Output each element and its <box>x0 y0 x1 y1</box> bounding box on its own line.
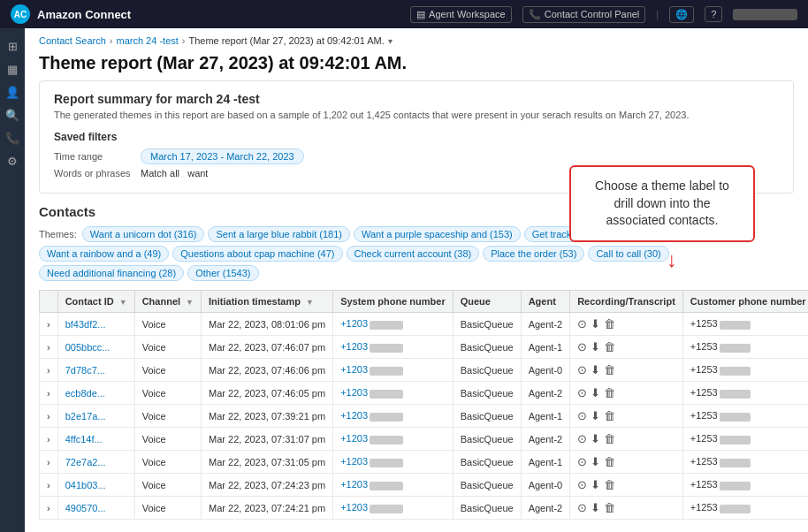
row-expand-4[interactable]: › <box>40 405 58 428</box>
download-icon-7[interactable]: ⬇ <box>591 478 600 491</box>
breadcrumb-sep-2: › <box>182 35 186 46</box>
sidebar-icon-people[interactable]: 👤 <box>2 81 23 103</box>
breadcrumb-march24[interactable]: march 24 -test <box>117 35 179 46</box>
download-icon-3[interactable]: ⬇ <box>591 386 600 399</box>
row-expand-5[interactable]: › <box>40 428 58 451</box>
theme-tag-7[interactable]: Place the order (53) <box>483 246 584 262</box>
sidebar-icon-settings[interactable]: ⚙ <box>2 150 23 171</box>
col-header-customer-phone: Customer phone number <box>682 291 808 313</box>
row-expand-2[interactable]: › <box>40 359 58 382</box>
theme-tag-1[interactable]: Sent a large blue rabbit (181) <box>208 226 349 242</box>
row-phone-0[interactable]: +1203 <box>333 313 454 336</box>
theme-tag-4[interactable]: Want a rainbow and a (49) <box>39 246 169 262</box>
row-contact-id-4[interactable]: b2e17a... <box>57 405 134 428</box>
col-header-contact-id[interactable]: Contact ID ▼ <box>57 291 134 313</box>
row-expand-7[interactable]: › <box>40 474 58 497</box>
sidebar-icon-grid[interactable]: ⊞ <box>2 35 23 57</box>
row-contact-id-5[interactable]: 4ffc14f... <box>57 428 134 451</box>
row-contact-id-8[interactable]: 490570... <box>57 497 134 520</box>
row-agent-5: Agent-2 <box>521 428 570 451</box>
col-header-channel[interactable]: Channel ▼ <box>134 291 201 313</box>
delete-icon-0[interactable]: 🗑 <box>604 317 615 331</box>
download-icon-4[interactable]: ⬇ <box>591 409 600 422</box>
row-timestamp-6: Mar 22, 2023, 07:31:05 pm <box>202 451 333 474</box>
play-icon-4[interactable]: ⊙ <box>577 409 587 422</box>
theme-tag-0[interactable]: Want a unicorn dot (316) <box>82 226 205 242</box>
delete-icon-8[interactable]: 🗑 <box>604 501 615 514</box>
col-header-recording: Recording/Transcript <box>570 291 683 313</box>
play-icon-2[interactable]: ⊙ <box>577 363 587 376</box>
filter-label-time: Time range <box>54 151 133 162</box>
delete-icon-2[interactable]: 🗑 <box>604 363 615 376</box>
row-expand-0[interactable]: › <box>40 313 58 336</box>
row-phone-4[interactable]: +1203 <box>333 405 454 428</box>
delete-icon-1[interactable]: 🗑 <box>604 340 615 353</box>
row-queue-2: BasicQueue <box>453 359 521 382</box>
row-contact-id-3[interactable]: ecb8de... <box>57 382 134 405</box>
row-phone-3[interactable]: +1203 <box>333 382 454 405</box>
breadcrumb-current: Theme report (Mar 27, 2023) at 09:42:01 … <box>188 35 384 46</box>
download-icon-5[interactable]: ⬇ <box>591 432 600 445</box>
row-contact-id-0[interactable]: bf43df2... <box>57 313 134 336</box>
row-phone-7[interactable]: +1203 <box>333 474 454 497</box>
breadcrumb-contact-search[interactable]: Contact Search <box>39 35 106 46</box>
table-row: › 041b03... Voice Mar 22, 2023, 07:24:23… <box>40 474 809 497</box>
row-channel-0: Voice <box>134 313 201 336</box>
row-expand-1[interactable]: › <box>40 336 58 359</box>
play-icon-3[interactable]: ⊙ <box>577 386 587 399</box>
delete-icon-6[interactable]: 🗑 <box>604 455 615 468</box>
row-contact-id-2[interactable]: 7d78c7... <box>57 359 134 382</box>
table-row: › bf43df2... Voice Mar 22, 2023, 08:01:0… <box>40 313 809 336</box>
row-contact-id-1[interactable]: 005bbcc... <box>57 336 134 359</box>
delete-icon-4[interactable]: 🗑 <box>604 409 615 422</box>
row-contact-id-6[interactable]: 72e7a2... <box>57 451 134 474</box>
row-phone-2[interactable]: +1203 <box>333 359 454 382</box>
theme-tag-6[interactable]: Check current account (38) <box>347 246 480 262</box>
play-icon-5[interactable]: ⊙ <box>577 432 587 445</box>
row-expand-8[interactable]: › <box>40 497 58 520</box>
theme-tag-8[interactable]: Call to call (30) <box>588 246 668 262</box>
row-customer-phone-6: +1253 <box>682 451 808 474</box>
row-agent-7: Agent-0 <box>521 474 570 497</box>
theme-tag-other[interactable]: Other (1543) <box>187 265 258 281</box>
row-phone-5[interactable]: +1203 <box>333 428 454 451</box>
download-icon-6[interactable]: ⬇ <box>591 455 600 468</box>
contact-control-panel-button[interactable]: 📞 Contact Control Panel <box>522 6 646 23</box>
theme-tag-9[interactable]: Need additional financing (28) <box>39 265 184 281</box>
download-icon-8[interactable]: ⬇ <box>591 501 600 514</box>
play-icon-8[interactable]: ⊙ <box>577 501 587 514</box>
breadcrumb-dropdown-icon[interactable]: ▾ <box>388 36 393 46</box>
row-expand-6[interactable]: › <box>40 451 58 474</box>
row-contact-id-7[interactable]: 041b03... <box>57 474 134 497</box>
agent-workspace-button[interactable]: ▤ Agent Workspace <box>410 6 512 23</box>
globe-icon-button[interactable]: 🌐 <box>669 6 694 23</box>
play-icon-1[interactable]: ⊙ <box>577 340 587 353</box>
row-customer-phone-8: +1253 <box>682 497 808 520</box>
row-phone-8[interactable]: +1203 <box>333 497 454 520</box>
row-phone-1[interactable]: +1203 <box>333 336 454 359</box>
delete-icon-7[interactable]: 🗑 <box>604 478 615 491</box>
theme-tag-2[interactable]: Want a purple spaceship and (153) <box>354 226 521 242</box>
play-icon-7[interactable]: ⊙ <box>577 478 587 491</box>
sidebar-icon-charts[interactable]: ▦ <box>2 58 23 80</box>
row-phone-6[interactable]: +1203 <box>333 451 454 474</box>
play-icon-0[interactable]: ⊙ <box>577 317 587 331</box>
play-icon-6[interactable]: ⊙ <box>577 455 587 468</box>
col-header-timestamp[interactable]: Initiation timestamp ▼ <box>202 291 333 313</box>
phone-small-icon: 📞 <box>529 9 541 20</box>
row-channel-6: Voice <box>134 451 201 474</box>
row-expand-3[interactable]: › <box>40 382 58 405</box>
theme-tag-5[interactable]: Questions about cpap machine (47) <box>172 246 342 262</box>
delete-icon-5[interactable]: 🗑 <box>604 432 615 445</box>
filter-value-time: March 17, 2023 - March 22, 2023 <box>141 148 304 164</box>
summary-description: The generated themes in this report are … <box>54 110 779 120</box>
row-queue-0: BasicQueue <box>453 313 521 336</box>
sidebar-icon-search[interactable]: 🔍 <box>2 104 23 125</box>
download-icon-0[interactable]: ⬇ <box>591 317 600 331</box>
delete-icon-3[interactable]: 🗑 <box>604 386 615 399</box>
download-icon-2[interactable]: ⬇ <box>591 363 600 376</box>
help-button[interactable]: ? <box>705 6 722 22</box>
sidebar-icon-phone[interactable]: 📞 <box>2 127 23 148</box>
download-icon-1[interactable]: ⬇ <box>591 340 600 353</box>
filter-label-words: Words or phrases <box>54 168 133 179</box>
